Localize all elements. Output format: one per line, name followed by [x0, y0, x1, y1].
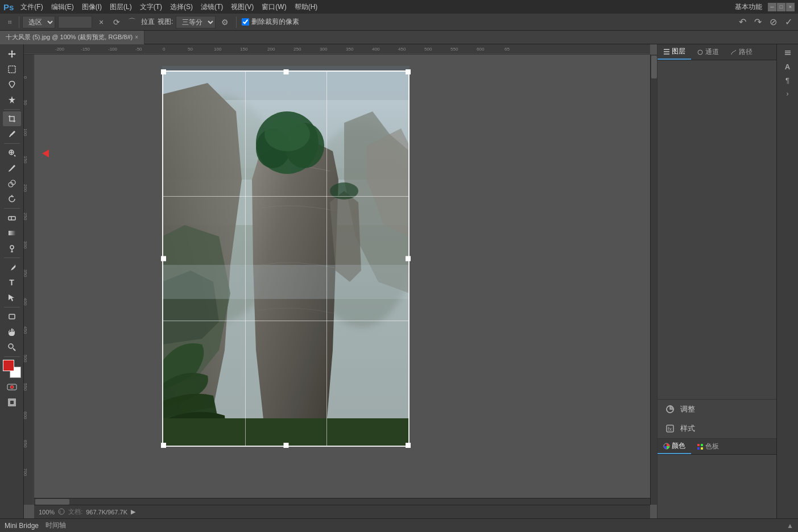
clear-button[interactable]: ×: [95, 16, 107, 28]
type-tool[interactable]: T: [3, 275, 21, 290]
tab-paths-label: 路径: [739, 47, 752, 57]
doc-size: 967.7K/967.7K: [86, 509, 127, 516]
menu-edit[interactable]: 编辑(E): [48, 1, 77, 13]
undo-icon[interactable]: ↶: [736, 16, 749, 28]
tab-layers[interactable]: 图层: [658, 44, 691, 60]
timeline-tab[interactable]: 时间轴: [46, 521, 66, 530]
handle-br[interactable]: [406, 443, 411, 448]
tab-swatches[interactable]: 色板: [691, 439, 725, 454]
delete-crop-check[interactable]: 删除裁剪的像素: [242, 17, 299, 27]
svg-marker-14: [9, 294, 14, 301]
path-select-tool[interactable]: [3, 290, 21, 305]
tab-close-btn[interactable]: ×: [135, 34, 138, 40]
clone-tool[interactable]: [3, 176, 21, 191]
quick-mask-btn[interactable]: [3, 380, 21, 394]
handle-bm[interactable]: [283, 443, 288, 448]
shape-tool[interactable]: [3, 309, 21, 324]
handle-ml[interactable]: [161, 256, 166, 261]
select-dropdown[interactable]: 选区: [22, 16, 55, 28]
pen-tool[interactable]: [3, 260, 21, 275]
view-dropdown[interactable]: 三等分: [176, 16, 216, 28]
svg-text:500: 500: [424, 47, 432, 52]
tab-channels[interactable]: 通道: [691, 44, 725, 60]
status-arrow[interactable]: ▶: [131, 508, 135, 516]
lasso-tool[interactable]: [3, 77, 21, 92]
svg-text:350: 350: [24, 269, 28, 277]
scrollbar-horizontal[interactable]: [34, 498, 650, 505]
svg-text:0: 0: [163, 47, 166, 52]
gradient-tool[interactable]: [3, 226, 21, 240]
menu-text[interactable]: 文字(T): [137, 1, 166, 13]
handle-mr[interactable]: [406, 256, 411, 261]
status-bar: 100% i 文档: 967.7K/967.7K ▶: [34, 505, 650, 518]
crop-grid-h1: [163, 196, 408, 197]
scrollbar-thumb-v[interactable]: [651, 56, 657, 78]
menu-file[interactable]: 文件(F): [17, 1, 46, 13]
dodge-tool[interactable]: [3, 241, 21, 256]
canvas-content: [34, 55, 650, 505]
menu-help[interactable]: 帮助(H): [291, 1, 321, 13]
separator-6: [4, 356, 20, 357]
bottom-expand-btn[interactable]: ▲: [787, 522, 793, 530]
active-tab[interactable]: 十大风景 (5).jpg @ 100% (裁剪预览, RGB/8#) ×: [0, 31, 144, 44]
history-tool[interactable]: [3, 192, 21, 206]
minimize-btn[interactable]: ─: [768, 3, 776, 11]
menu-view[interactable]: 视图(V): [228, 1, 257, 13]
panel-item-styles[interactable]: fx 样式: [658, 419, 776, 438]
svg-text:700: 700: [24, 468, 28, 476]
far-right-type-btn[interactable]: A: [779, 60, 796, 73]
fg-color-swatch[interactable]: [3, 360, 14, 371]
settings-icon[interactable]: ⚙: [218, 16, 231, 28]
far-right-para-btn[interactable]: ¶: [779, 74, 796, 86]
magic-wand-tool[interactable]: [3, 93, 21, 107]
layers-panel-tabs: 图层 通道 路径: [658, 44, 776, 60]
menu-window[interactable]: 窗口(W): [258, 1, 290, 13]
svg-rect-8: [9, 217, 15, 220]
eyedropper-tool[interactable]: [3, 127, 21, 142]
crop-tool[interactable]: [3, 111, 21, 126]
svg-text:-50: -50: [135, 47, 142, 52]
brush-tool[interactable]: [3, 161, 21, 176]
maximize-btn[interactable]: □: [777, 3, 785, 11]
crop-overlay[interactable]: [162, 70, 410, 447]
svg-rect-72: [664, 49, 669, 50]
eraser-tool[interactable]: [3, 210, 21, 225]
panel-item-adjustment[interactable]: 调整: [658, 400, 776, 419]
scrollbar-vertical[interactable]: [650, 55, 657, 505]
tab-paths[interactable]: 路径: [725, 44, 758, 60]
cancel-crop-icon[interactable]: ⊘: [767, 16, 779, 28]
menu-layer[interactable]: 图层(L): [106, 1, 135, 13]
zoom-toggle-icon[interactable]: i: [58, 508, 65, 516]
screen-mode-btn[interactable]: [3, 395, 21, 410]
delete-crop-checkbox[interactable]: [242, 18, 249, 26]
menu-select[interactable]: 选择(S): [167, 1, 196, 13]
mini-bridge-tab[interactable]: Mini Bridge: [5, 522, 39, 530]
scrollbar-thumb-h[interactable]: [35, 499, 69, 505]
tab-color[interactable]: 颜色: [658, 439, 691, 454]
svg-rect-87: [785, 54, 791, 55]
handle-tm[interactable]: [283, 69, 288, 74]
handle-tl[interactable]: [161, 69, 166, 74]
svg-text:600: 600: [477, 47, 485, 52]
apply-crop-icon[interactable]: ✓: [782, 16, 795, 28]
redo-icon[interactable]: ↷: [751, 16, 764, 28]
tool-preset-icon: ⌗: [3, 16, 16, 28]
hand-tool[interactable]: [3, 325, 21, 339]
move-tool[interactable]: [3, 47, 21, 61]
rotate-icon[interactable]: ⟳: [110, 16, 123, 28]
menu-image[interactable]: 图像(I): [78, 1, 105, 13]
width-input[interactable]: [58, 16, 92, 28]
close-btn[interactable]: ×: [786, 3, 795, 11]
marquee-tool[interactable]: [3, 62, 21, 77]
straighten-icon[interactable]: ⌒: [126, 16, 138, 28]
svg-text:200: 200: [24, 184, 28, 192]
far-right-arrow-btn[interactable]: ›: [779, 88, 796, 100]
svg-rect-83: [697, 447, 700, 450]
handle-tr[interactable]: [406, 69, 411, 74]
zoom-level[interactable]: 100%: [39, 509, 55, 516]
handle-bl[interactable]: [161, 443, 166, 448]
heal-tool[interactable]: [3, 146, 21, 160]
zoom-tool[interactable]: [3, 340, 21, 355]
expand-panels-btn[interactable]: [779, 47, 796, 59]
menu-filter[interactable]: 滤镜(T): [197, 1, 226, 13]
